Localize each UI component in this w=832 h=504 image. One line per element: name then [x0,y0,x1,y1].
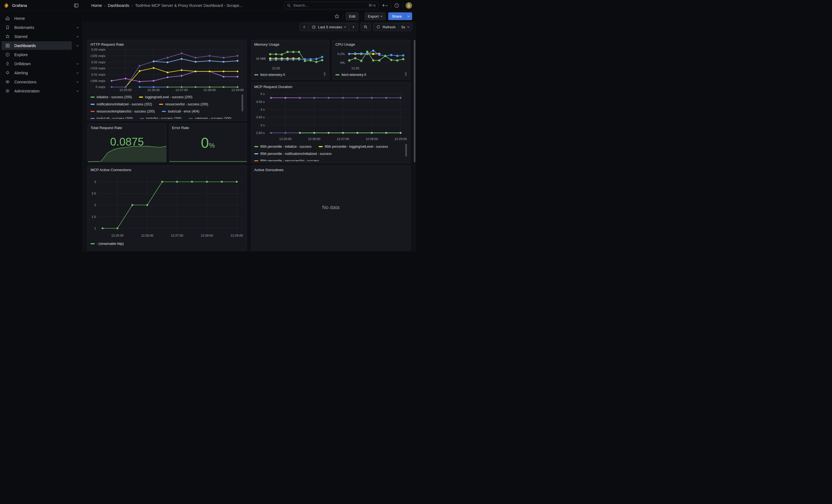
chevron-down-icon[interactable] [77,89,79,91]
chevron-down-icon[interactable] [77,35,79,37]
sidebar-item-home[interactable]: Home [0,14,82,23]
legend-color-marker [254,74,258,75]
panel-title[interactable]: CPU Usage [335,43,407,47]
legend-label: 95th percentile - logging/setLevel - suc… [324,145,388,149]
legend-item[interactable]: initialize - success (200) [90,95,132,99]
sidebar-item-alerting[interactable]: Alerting [0,68,82,77]
time-range-label: Last 5 minutes [318,25,342,29]
share-button[interactable]: Share [388,12,412,20]
legend-item[interactable]: resources/templates/list - success (200) [90,109,155,113]
export-button[interactable]: Export [365,12,386,20]
export-label: Export [368,14,379,19]
legend-item[interactable]: fetch-telemetry-0 [335,73,366,77]
svg-text:0.01 req/s: 0.01 req/s [92,73,105,76]
time-shift-forward-button[interactable] [349,23,358,31]
total-request-rate-sparkline [88,136,166,162]
breadcrumb-home[interactable]: Home [92,3,102,8]
search-input[interactable]: Search... ⌘+k [284,2,379,9]
legend-item[interactable]: resources/list - success (200) [159,102,208,106]
grafana-logo[interactable] [3,2,9,8]
time-range-picker[interactable]: Last 5 minutes [309,23,349,31]
chevron-down-icon[interactable] [77,26,79,28]
legend-item[interactable]: - (streamable-http) [90,242,124,246]
connections-legend: - (streamable-http) [90,240,244,248]
legend-row: 95th percentile - notifications/initiali… [254,150,404,157]
panel-title[interactable]: MCP Active Connections [90,168,244,172]
legend-item[interactable]: 95th percentile - resources/list - succe… [254,159,319,161]
sidebar-item-starred[interactable]: Starred [0,32,82,41]
sidebar-toggle-button[interactable] [73,2,79,8]
legend-row: tools/call - success (200)tools/list - s… [90,115,240,119]
refresh-interval-select[interactable]: 5s [399,23,412,31]
legend-item[interactable]: unknown - success (200) [189,117,231,119]
link-rings-icon [5,80,10,84]
legend-item[interactable]: 95th percentile - notifications/initiali… [254,152,332,156]
no-data-message: No data [252,205,410,210]
panel-title[interactable]: HTTP Request Rate [90,43,244,47]
time-shift-back-button[interactable] [300,23,309,31]
legend-item[interactable]: tools/list - success (200) [140,117,182,119]
legend-item[interactable]: logging/setLevel - success (200) [139,95,192,99]
refresh-button[interactable]: Refresh [374,23,398,31]
sidebar-item-label: Connections [14,80,36,84]
legend-item[interactable]: fetch-telemetry-0 [254,73,285,77]
user-avatar[interactable] [406,2,412,9]
legend-color-marker [254,153,258,154]
duration-legend: 95th percentile - initialize - success95… [254,143,408,161]
zoom-out-button[interactable] [361,23,371,31]
legend-row: notifications/initialized - success (202… [90,101,240,108]
add-new-button[interactable]: + [381,2,388,8]
legend-scrollbar[interactable] [324,72,326,76]
chevron-down-icon[interactable] [77,62,79,64]
legend-scrollbar[interactable] [241,95,243,111]
share-menu-button[interactable] [405,12,412,20]
svg-text:2.50 s: 2.50 s [256,131,265,135]
page-scrollbar-thumb[interactable] [414,40,415,162]
sidebar-item-bookmarks[interactable]: Bookmarks [0,23,82,32]
home-icon [5,16,10,21]
top-header: Grafana Home › Dashboards › ToolHive MCP… [0,0,416,11]
legend-scrollbar[interactable] [405,72,407,76]
svg-text:0.015 req/s: 0.015 req/s [90,67,105,70]
legend-item[interactable]: notifications/initialized - success (202… [90,102,152,106]
legend-item[interactable]: 95th percentile - initialize - success [254,145,311,149]
share-label[interactable]: Share [389,12,405,20]
panel-title[interactable]: Active Goroutines [254,168,408,172]
sidebar-item-explore[interactable]: Explore [0,50,82,59]
sidebar-item-administration[interactable]: Administration [0,86,82,96]
sidebar-item-drilldown[interactable]: Drilldown [0,59,82,68]
legend-color-marker [254,146,258,147]
http-request-rate-chart: 0.03 req/s0.025 req/s0.02 req/s0.015 req… [90,47,244,92]
grafana-app: Grafana Home › Dashboards › ToolHive MCP… [0,0,416,252]
legend-label: 95th percentile - resources/list - succe… [260,159,319,161]
sidebar-item-dashboards[interactable]: Dashboards [0,41,82,50]
breadcrumb-separator: › [104,3,106,8]
svg-text:12:26:00: 12:26:00 [308,137,320,140]
panel-title[interactable]: MCP Request Duration [254,85,408,89]
svg-text:12:25:00: 12:25:00 [120,88,132,91]
svg-text:2: 2 [94,203,96,207]
help-button[interactable]: ? [394,2,400,8]
legend-item[interactable]: tools/call - success (200) [90,117,133,119]
panel-left-icon [74,3,79,8]
legend-item[interactable]: 95th percentile - logging/setLevel - suc… [319,145,388,149]
edit-button[interactable]: Edit [346,12,359,20]
legend-color-marker [90,111,95,112]
chevron-down-icon[interactable] [77,44,79,46]
svg-text:0.2%: 0.2% [338,52,345,56]
panel-title[interactable]: Total Request Rate [90,126,163,130]
divider [402,3,403,8]
chevron-down-icon[interactable] [77,71,79,74]
panel-title[interactable]: Error Rate [172,126,244,130]
legend-item[interactable]: tools/call - error (404) [162,109,199,113]
chevron-down-icon[interactable] [77,80,79,82]
svg-text:12:28:00: 12:28:00 [203,88,216,91]
svg-text:3 s: 3 s [261,124,265,127]
legend-scrollbar[interactable] [405,144,407,157]
sidebar-item-connections[interactable]: Connections [0,77,82,86]
breadcrumb-dashboards[interactable]: Dashboards [108,3,129,8]
panel-title[interactable]: Memory Usage [254,43,326,47]
sidebar-nav: Home Bookmarks Starred Dashboards [0,11,82,252]
favorite-star-button[interactable] [334,13,340,20]
svg-text:4.50 s: 4.50 s [256,100,265,103]
